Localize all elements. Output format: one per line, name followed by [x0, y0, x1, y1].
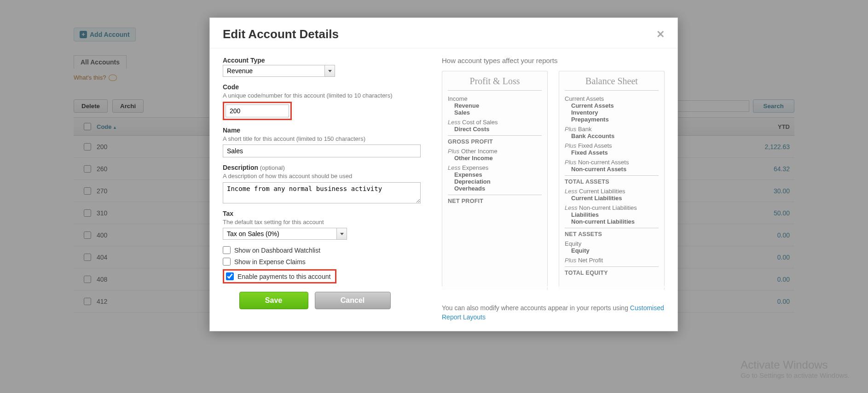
info-heading: How account types affect your reports — [442, 57, 665, 64]
bs-net-assets: NET ASSETS — [565, 231, 659, 237]
payments-checkbox-row[interactable]: Enable payments to this account — [226, 272, 330, 280]
description-label: Description (optional) — [223, 164, 433, 171]
bs-equity: Equity — [565, 240, 659, 247]
bs-fixed: Fixed Assets — [571, 149, 659, 156]
pl-direct-costs: Direct Costs — [454, 126, 542, 133]
expense-checkbox-row[interactable]: Show in Expense Claims — [223, 258, 433, 266]
pl-other-income: Other Income — [454, 155, 542, 162]
modal-title: Edit Account Details — [223, 27, 339, 41]
name-help: A short title for this account (limited … — [223, 135, 433, 143]
name-label: Name — [223, 127, 433, 134]
pl-sales: Sales — [454, 109, 542, 116]
pl-gross-profit: GROSS PROFIT — [448, 139, 542, 145]
bs-equity-sub: Equity — [571, 247, 659, 254]
pl-overheads: Overheads — [454, 185, 542, 192]
code-input[interactable] — [226, 104, 289, 117]
dashboard-checkbox-label: Show on Dashboard Watchlist — [234, 247, 320, 254]
chevron-down-icon[interactable] — [325, 65, 335, 77]
dashboard-checkbox-row[interactable]: Show on Dashboard Watchlist — [223, 246, 433, 254]
close-icon[interactable]: ✕ — [656, 29, 665, 40]
payments-checkbox-label: Enable payments to this account — [237, 273, 330, 280]
pl-income: Income — [448, 95, 542, 102]
tax-value[interactable] — [223, 228, 337, 240]
payments-checkbox[interactable] — [226, 272, 234, 280]
balance-sheet-card: Balance Sheet Current Assets Current Ass… — [559, 71, 665, 290]
activate-sub: Go to Settings to activate Windows. — [741, 371, 850, 379]
expense-checkbox-label: Show in Expense Claims — [234, 258, 306, 266]
bs-total-equity: TOTAL EQUITY — [565, 270, 659, 276]
dashboard-checkbox[interactable] — [223, 246, 231, 254]
account-type-select[interactable] — [223, 65, 335, 77]
tax-label: Tax — [223, 210, 433, 217]
tax-help: The default tax setting for this account — [223, 218, 433, 226]
pl-depreciation: Depreciation — [454, 178, 542, 185]
activate-windows-watermark: Activate Windows Go to Settings to activ… — [741, 358, 850, 379]
bs-title: Balance Sheet — [565, 76, 659, 91]
description-input[interactable]: Income from any normal business activity — [223, 182, 421, 203]
code-highlight — [223, 102, 292, 120]
code-help: A unique code/number for this account (l… — [223, 92, 433, 100]
bs-bank: Bank Accounts — [571, 133, 659, 139]
description-help: A description of how this account should… — [223, 172, 433, 180]
bs-nca: Non-current Assets — [571, 166, 659, 173]
bs-inventory: Inventory — [571, 109, 659, 116]
footer-note: You can also modify where accounts appea… — [442, 304, 665, 322]
bs-liab: Liabilities — [571, 211, 659, 218]
bs-prepayments: Prepayments — [571, 116, 659, 123]
pl-expenses: Expenses — [454, 171, 542, 178]
name-input[interactable] — [223, 144, 421, 157]
bs-ca-sub: Current Assets — [571, 102, 659, 109]
expense-checkbox[interactable] — [223, 258, 231, 266]
code-label: Code — [223, 83, 433, 91]
bs-total-assets: TOTAL ASSETS — [565, 179, 659, 185]
bs-cl: Current Liabilities — [571, 195, 659, 202]
cancel-button[interactable]: Cancel — [315, 292, 391, 309]
tax-select[interactable] — [223, 228, 347, 240]
profit-loss-card: Profit & Loss Income Revenue Sales Less … — [442, 71, 548, 290]
edit-account-modal: Edit Account Details ✕ Account Type Code… — [209, 17, 678, 331]
save-button[interactable]: Save — [239, 292, 308, 309]
account-type-label: Account Type — [223, 57, 433, 64]
bs-ca: Current Assets — [565, 95, 659, 102]
activate-title: Activate Windows — [741, 358, 850, 371]
chevron-down-icon[interactable] — [337, 228, 347, 240]
pl-revenue: Revenue — [454, 102, 542, 109]
pl-title: Profit & Loss — [448, 76, 542, 91]
payments-highlight: Enable payments to this account — [223, 269, 336, 283]
pl-net-profit: NET PROFIT — [448, 198, 542, 204]
account-type-value[interactable] — [223, 65, 325, 77]
bs-ncl: Non-current Liabilities — [571, 218, 659, 225]
